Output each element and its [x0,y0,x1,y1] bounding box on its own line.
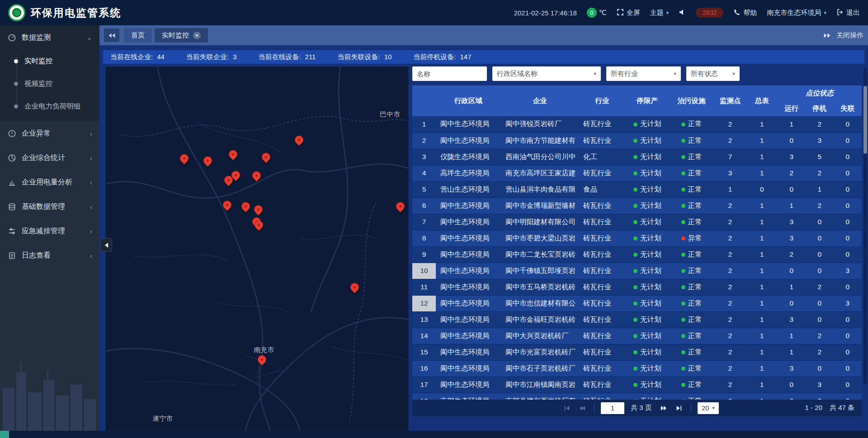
cell-facility-status: 正常 [669,181,714,198]
app-title: 环保用电监管系统 [31,6,121,20]
cell-lost-count: 0 [834,377,862,393]
limit-status-label: 无计划 [640,332,661,339]
name-filter-input[interactable] [412,66,487,81]
row-index: 17 [412,377,436,393]
cell-total-meter: 1 [746,295,778,311]
table-row[interactable]: 15阆中生态环境局阆中市光富页岩机砖厂砖瓦行业无计划正常21120 [412,344,862,360]
cell-monitor-points: 2 [714,116,746,132]
theme-menu[interactable]: 主题 ▾ [650,9,669,17]
pagination-controls: 共 3 页 20 ▾ [561,402,719,414]
sidebar-item-企业综合统计[interactable]: 企业综合统计‹ [0,146,99,170]
tab-实时监控[interactable]: 实时监控✕ [155,28,208,42]
cell-monitor-points: 2 [714,311,746,328]
org-menu[interactable]: 南充市生态环境局 ▾ [767,9,826,17]
prev-page-button[interactable] [577,403,588,414]
limit-status-label: 无计划 [640,348,661,356]
help-button[interactable]: 帮助 [733,9,757,17]
facility-status-label: 正常 [688,202,702,209]
page-size-select[interactable]: 20 ▾ [698,402,719,414]
cell-lost-count: 0 [834,393,862,400]
table-row[interactable]: 16阆中生态环境局阆中市石子页岩机砖厂砖瓦行业无计划正常21300 [412,360,862,377]
status-dot-icon [681,350,685,354]
table-row[interactable]: 12阆中生态环境局阆中市忠信建材有限公砖瓦行业无计划正常21003 [412,295,862,311]
divider [691,404,691,412]
cell-monitor-points: 2 [714,132,746,149]
cell-industry: 砖瓦行业 [579,360,625,377]
status-dot-icon [633,350,637,354]
col-region-header: 行政区域 [436,85,501,116]
close-icon[interactable]: ✕ [193,32,201,39]
last-page-button[interactable] [674,403,684,414]
table-row[interactable]: 6阆中生态环境局阆中市金博瑞新型墙材砖瓦行业无计划正常21120 [412,198,862,214]
table-row[interactable]: 4高坪生态环境局南充市高坪区王家店建砖瓦行业无计划正常31220 [412,165,862,181]
fullscreen-button[interactable]: 全屏 [617,9,640,17]
tabs-scroll-left-button[interactable] [104,28,119,42]
limit-status-label: 无计划 [640,137,661,144]
cell-region: 仪陇生态环境局 [436,149,501,165]
table-row[interactable]: 2阆中生态环境局阆中市南方节能建材有砖瓦行业无计划正常21030 [412,132,862,149]
table-row[interactable]: 5营山生态环境局营山县润丰肉食品有限食品无计划正常10010 [412,181,862,198]
cell-limit-status: 无计划 [625,149,669,165]
table-row[interactable]: 1阆中生态环境局阆中强锐页岩砖厂砖瓦行业无计划正常21120 [412,116,862,132]
stat-value: 3 [233,53,236,61]
table-row[interactable]: 7阆中生态环境局阆中明阳建材有限公司砖瓦行业无计划正常21300 [412,214,862,230]
sidebar-item-应急减排管理[interactable]: 应急减排管理‹ [0,219,99,243]
sidebar-subitem-企业电力负荷明细[interactable]: 企业电力负荷明细 [0,95,99,118]
sidebar-item-数据监测[interactable]: 数据监测⌄ [0,25,99,50]
status-filter-select[interactable]: 所有状态 ▾ [686,66,740,81]
cell-monitor-points: 2 [714,393,746,400]
speaker-icon [679,9,686,17]
cell-facility-status: 正常 [669,263,714,279]
table-row[interactable]: 13阆中生态环境局阆中市金福旺页岩机砖砖瓦行业无计划正常21300 [412,311,862,328]
collapse-map-button[interactable] [100,238,112,252]
cell-industry: 砖瓦行业 [579,214,625,230]
chevron-down-icon: ⌄ [86,33,92,42]
cell-facility-status: 正常 [669,328,714,344]
speaker-button[interactable] [679,9,686,17]
table-row[interactable]: 3仪陇生态环境局西南油气田分公司川中化工无计划正常71350 [412,149,862,165]
sidebar-item-企业用电量分析[interactable]: 企业用电量分析‹ [0,170,99,194]
table-row[interactable]: 17阆中生态环境局阆中市江南镇阆南页岩砖瓦行业无计划正常21030 [412,377,862,393]
submenu-label: 企业电力负荷明细 [24,102,80,111]
table-row[interactable]: 8阆中生态环境局阆中市枣碧大梁山页岩砖瓦行业无计划异常21300 [412,230,862,246]
table-row[interactable]: 18南部生态环境局南部县建兴页岩砖厂有砖瓦行业无计划正常21030 [412,393,862,400]
cell-monitor-points: 2 [714,198,746,214]
cell-total-meter: 0 [746,181,778,198]
row-index: 7 [412,214,436,230]
map-panel[interactable]: 巴中市南充市遂宁市 [105,66,409,431]
alert-count-badge[interactable]: 2632 [696,8,723,18]
cell-monitor-points: 2 [714,377,746,393]
stats-bar: 当前在线企业:44当前失联企业:3当前在线设备:211当前失联设备:10当前停机… [103,50,864,64]
cell-company: 阆中市石子页岩机砖厂 [501,360,579,377]
table-row[interactable]: 11阆中生态环境局阆中市五马桥页岩机砖砖瓦行业无计划正常21120 [412,279,862,295]
tab-首页[interactable]: 首页 [124,28,152,42]
sidebar-item-企业异常[interactable]: 企业异常‹ [0,121,99,146]
industry-filter-select[interactable]: 所有行业 ▾ [606,66,681,81]
cell-run-count: 1 [778,344,806,360]
sidebar-subitem-实时监控[interactable]: 实时监控 [0,50,99,72]
scrollbar-thumb[interactable] [863,86,867,154]
stat-label: 当前失联设备: [337,53,380,61]
page-size-value: 20 [702,404,709,412]
cell-run-count: 0 [778,263,806,279]
table-row[interactable]: 10阆中生态环境局阆中千佛镇五郎垭页岩砖瓦行业无计划正常21003 [412,263,862,279]
table-row[interactable]: 14阆中生态环境局阆中大兴页岩机砖厂砖瓦行业无计划正常21120 [412,328,862,344]
page-number-input[interactable] [601,402,624,414]
region-filter-select[interactable]: 行政区域名称 ▾ [492,66,601,81]
status-dot-icon [633,155,637,159]
pagination-bar: 共 3 页 20 ▾ 1 - 20 共 47 条 [412,400,862,416]
first-page-button[interactable] [561,403,572,414]
tabs-scroll-right-button[interactable] [823,33,831,38]
sidebar-item-日志查看[interactable]: 日志查看‹ [0,243,99,268]
logout-button[interactable]: 退出 [836,9,860,17]
cell-total-meter: 1 [746,279,778,295]
status-dot-icon [681,236,685,240]
facility-status-label: 正常 [688,364,702,372]
limit-status-label: 无计划 [640,169,661,177]
next-page-button[interactable] [658,403,669,414]
sidebar-item-基础数据管理[interactable]: 基础数据管理‹ [0,194,99,219]
status-dot-icon [681,301,685,306]
sidebar-subitem-视频监控[interactable]: 视频监控 [0,72,99,95]
table-row[interactable]: 9阆中生态环境局阆中市二龙长宝页岩砖砖瓦行业无计划正常21200 [412,246,862,263]
close-operations-button[interactable]: 关闭操作 [836,31,863,40]
